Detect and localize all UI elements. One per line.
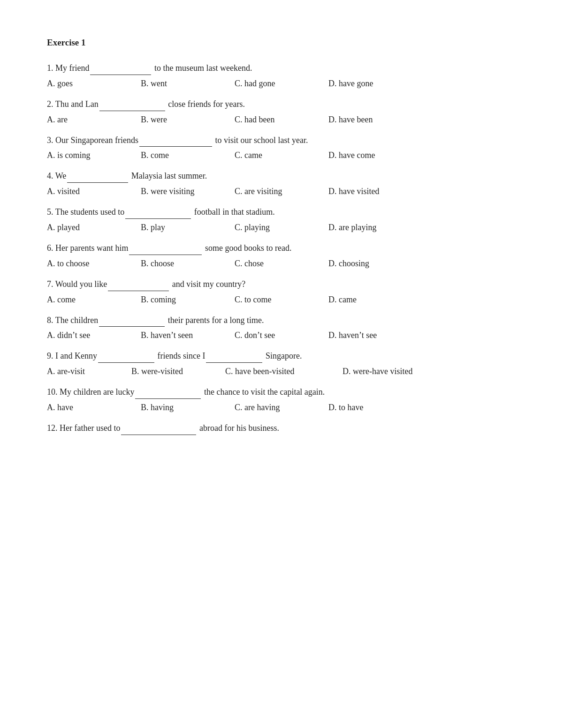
option-3c: C. came — [235, 150, 328, 160]
option-7c: C. to come — [235, 295, 328, 305]
question-1-text: 1. My friend to the museum last weekend. — [47, 61, 516, 75]
question-3-options: A. is coming B. come C. came D. have com… — [47, 150, 516, 160]
option-4a: A. visited — [47, 187, 141, 196]
option-8b: B. haven’t seen — [141, 330, 235, 340]
question-8-text: 8. The children their parents for a long… — [47, 313, 516, 327]
question-7-text: 7. Would you like and visit my country? — [47, 277, 516, 291]
questions-container: 1. My friend to the museum last weekend.… — [47, 61, 516, 435]
option-8c: C. don’t see — [235, 330, 328, 340]
question-8-options: A. didn’t see B. haven’t seen C. don’t s… — [47, 330, 516, 340]
question-10-options: A. have B. having C. are having D. to ha… — [47, 403, 516, 413]
option-4c: C. are visiting — [235, 187, 328, 196]
option-6d: D. choosing — [328, 259, 422, 269]
option-5a: A. played — [47, 223, 141, 233]
option-4d: D. have visited — [328, 187, 422, 196]
option-1d: D. have gone — [328, 79, 422, 89]
question-1-options: A. goes B. went C. had gone D. have gone — [47, 79, 516, 89]
option-8d: D. haven’t see — [328, 330, 422, 340]
option-2b: B. were — [141, 115, 235, 125]
question-2-options: A. are B. were C. had been D. have been — [47, 115, 516, 125]
option-8a: A. didn’t see — [47, 330, 141, 340]
question-6-text: 6. Her parents want him some good books … — [47, 241, 516, 255]
option-9b: B. were-visited — [131, 367, 225, 376]
exercise-title: Exercise 1 — [47, 38, 516, 48]
question-10: 10. My children are lucky the chance to … — [47, 385, 516, 413]
question-6-options: A. to choose B. choose C. chose D. choos… — [47, 259, 516, 269]
question-8: 8. The children their parents for a long… — [47, 313, 516, 341]
option-2d: D. have been — [328, 115, 422, 125]
question-4: 4. We Malaysia last summer. A. visited B… — [47, 169, 516, 196]
question-12-text: 12. Her father used to abroad for his bu… — [47, 421, 516, 435]
question-5: 5. The students used to football in that… — [47, 205, 516, 233]
option-9d: D. were-have visited — [342, 367, 436, 376]
option-1c: C. had gone — [235, 79, 328, 89]
option-5c: C. playing — [235, 223, 328, 233]
option-2c: C. had been — [235, 115, 328, 125]
question-9: 9. I and Kenny friends since I Singapore… — [47, 349, 516, 376]
question-10-text: 10. My children are lucky the chance to … — [47, 385, 516, 399]
option-3a: A. is coming — [47, 150, 141, 160]
option-10b: B. having — [141, 403, 235, 413]
option-1b: B. went — [141, 79, 235, 89]
question-3-text: 3. Our Singaporean friends to visit our … — [47, 133, 516, 147]
option-7a: A. come — [47, 295, 141, 305]
question-4-options: A. visited B. were visiting C. are visit… — [47, 187, 516, 196]
question-5-text: 5. The students used to football in that… — [47, 205, 516, 219]
option-2a: A. are — [47, 115, 141, 125]
option-6a: A. to choose — [47, 259, 141, 269]
option-3d: D. have come — [328, 150, 422, 160]
option-10d: D. to have — [328, 403, 422, 413]
question-7: 7. Would you like and visit my country? … — [47, 277, 516, 305]
option-10c: C. are having — [235, 403, 328, 413]
question-7-options: A. come B. coming C. to come D. came — [47, 295, 516, 305]
question-4-text: 4. We Malaysia last summer. — [47, 169, 516, 183]
option-10a: A. have — [47, 403, 141, 413]
option-9a: A. are-visit — [47, 367, 131, 376]
question-5-options: A. played B. play C. playing D. are play… — [47, 223, 516, 233]
option-7d: D. came — [328, 295, 422, 305]
option-6c: C. chose — [235, 259, 328, 269]
option-5d: D. are playing — [328, 223, 422, 233]
option-5b: B. play — [141, 223, 235, 233]
question-1: 1. My friend to the museum last weekend.… — [47, 61, 516, 89]
option-3b: B. come — [141, 150, 235, 160]
question-2: 2. Thu and Lan close friends for years. … — [47, 97, 516, 125]
question-2-text: 2. Thu and Lan close friends for years. — [47, 97, 516, 111]
option-9c: C. have been-visited — [225, 367, 342, 376]
question-3: 3. Our Singaporean friends to visit our … — [47, 133, 516, 161]
option-4b: B. were visiting — [141, 187, 235, 196]
question-12: 12. Her father used to abroad for his bu… — [47, 421, 516, 435]
question-9-text: 9. I and Kenny friends since I Singapore… — [47, 349, 516, 363]
option-6b: B. choose — [141, 259, 235, 269]
question-9-options: A. are-visit B. were-visited C. have bee… — [47, 367, 516, 376]
option-7b: B. coming — [141, 295, 235, 305]
option-1a: A. goes — [47, 79, 141, 89]
question-6: 6. Her parents want him some good books … — [47, 241, 516, 269]
